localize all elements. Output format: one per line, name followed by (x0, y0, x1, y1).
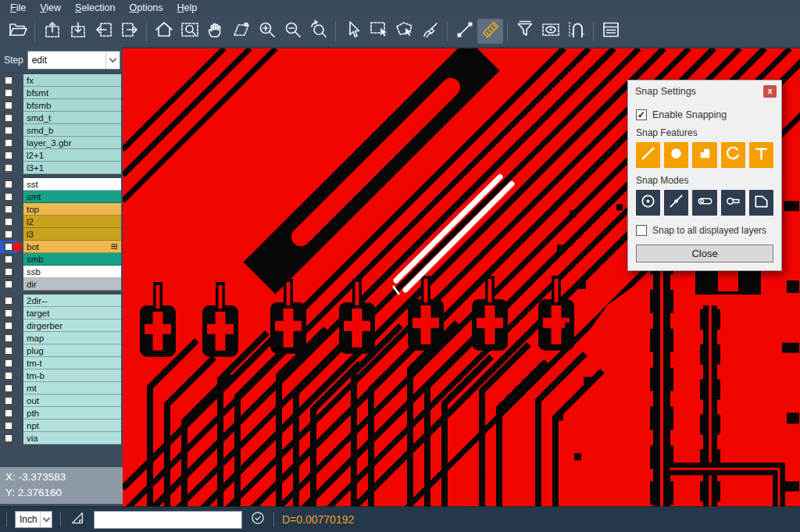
zoom-in-button[interactable] (254, 19, 280, 44)
select-polygon-button[interactable] (391, 19, 417, 44)
layer-row-top[interactable]: top (0, 203, 123, 216)
snap-contour-button[interactable] (749, 190, 773, 216)
snap-slot-open-button[interactable] (721, 190, 745, 216)
snap-arc-button[interactable] (721, 142, 745, 168)
layer-visibility-checkbox[interactable] (4, 126, 13, 135)
layer-row-l2[interactable]: l2 (0, 216, 123, 228)
layer-visibility-checkbox[interactable] (4, 180, 13, 189)
layer-visibility-checkbox[interactable] (4, 163, 13, 173)
layer-visibility-checkbox[interactable] (4, 396, 13, 405)
measure-line-button[interactable] (452, 19, 477, 44)
layer-visibility-checkbox[interactable] (4, 205, 13, 214)
home-button[interactable] (151, 19, 177, 44)
log-panel-button[interactable] (598, 19, 623, 44)
layer-visibility-checkbox[interactable] (4, 359, 13, 368)
command-input[interactable] (94, 511, 242, 529)
box-arrow-up-button[interactable] (39, 19, 65, 44)
layer-row-2dir--[interactable]: 2dir-- (0, 295, 123, 307)
zoom-out-button[interactable] (280, 19, 305, 44)
snap-midpoint-button[interactable] (664, 190, 688, 216)
layer-visibility-checkbox[interactable] (4, 192, 13, 202)
enable-snapping-checkbox[interactable]: ✓ (636, 109, 647, 120)
layer-visibility-checkbox[interactable] (4, 434, 13, 443)
snap-circle-button[interactable] (664, 142, 688, 168)
layer-visibility-checkbox[interactable] (4, 255, 13, 264)
layer-row-smt[interactable]: smt (0, 191, 123, 203)
snap-pad-button[interactable] (692, 142, 716, 168)
clean-brush-button[interactable] (417, 19, 443, 44)
layer-row-target[interactable]: target (0, 307, 123, 320)
layer-visibility-checkbox[interactable] (4, 371, 13, 380)
layer-row-mt[interactable]: mt (0, 382, 123, 395)
layer-row-smd_b[interactable]: smd_b (0, 124, 123, 137)
layer-row-via[interactable]: via (0, 432, 123, 445)
menu-selection[interactable]: Selection (68, 2, 122, 13)
snap-center-button[interactable] (636, 190, 660, 216)
close-icon[interactable]: x (763, 85, 777, 98)
layer-row-smb[interactable]: smb (0, 253, 123, 266)
layer-visibility-checkbox[interactable] (4, 384, 13, 393)
layer-row-smd_t[interactable]: smd_t (0, 112, 123, 124)
box-arrow-down-button[interactable] (65, 19, 91, 44)
filter-button[interactable] (512, 19, 538, 44)
layer-visibility-checkbox[interactable] (4, 113, 13, 123)
snap-slot-closed-button[interactable] (692, 190, 716, 216)
layer-visibility-checkbox[interactable] (4, 88, 13, 98)
layer-visibility-checkbox[interactable] (4, 217, 13, 227)
layer-row-sst[interactable]: sst (0, 178, 123, 191)
layer-visibility-checkbox[interactable] (4, 230, 13, 239)
close-button[interactable]: Close (636, 245, 773, 262)
layer-row-fx[interactable]: fx (0, 74, 123, 87)
layer-visibility-checkbox[interactable] (4, 334, 13, 343)
snap-all-layers-checkbox[interactable] (636, 225, 647, 236)
menu-view[interactable]: View (33, 2, 68, 13)
menu-help[interactable]: Help (170, 2, 205, 13)
layer-row-npt[interactable]: npt (0, 420, 123, 432)
layer-row-plug[interactable]: plug (0, 345, 123, 357)
layer-visibility-checkbox[interactable] (4, 309, 13, 318)
select-arrow-button[interactable] (340, 19, 366, 44)
grid-icon[interactable]: ⊞ (111, 242, 118, 251)
layer-row-bfsmt[interactable]: bfsmt (0, 87, 123, 99)
unit-dropdown[interactable]: Inch (15, 511, 52, 528)
box-arrow-right-button[interactable] (116, 19, 142, 44)
layer-visibility-checkbox[interactable] (4, 421, 13, 430)
layer-visibility-checkbox[interactable] (4, 138, 13, 148)
view-eye-button[interactable] (538, 19, 563, 44)
layer-row-bot[interactable]: bot⊞ (0, 241, 123, 253)
snap-line-button[interactable] (636, 142, 660, 168)
layer-row-layer_3.gbr[interactable]: layer_3.gbr (0, 137, 123, 149)
open-folder-button[interactable] (5, 19, 30, 44)
dialog-titlebar[interactable]: Snap Settings x (628, 80, 781, 102)
layer-row-dir[interactable]: dir (0, 278, 123, 291)
layer-visibility-checkbox[interactable] (4, 346, 13, 355)
ruler-button[interactable] (477, 19, 503, 44)
layer-row-dirgerber[interactable]: dirgerber (0, 320, 123, 332)
select-window-button[interactable] (366, 19, 391, 44)
layer-visibility-checkbox[interactable] (4, 151, 13, 160)
layer-row-tm-t[interactable]: tm-t (0, 357, 123, 370)
layer-visibility-checkbox[interactable] (4, 321, 13, 330)
layer-row-l3+1[interactable]: l3+1 (0, 162, 123, 174)
chevron-down-icon[interactable] (105, 52, 120, 69)
box-arrow-left-button[interactable] (91, 19, 116, 44)
layer-row-ssb[interactable]: ssb (0, 266, 123, 278)
snap-magnet-button[interactable] (563, 19, 589, 44)
pan-hand-button[interactable] (202, 19, 228, 44)
layer-visibility-checkbox[interactable] (4, 76, 13, 85)
zoom-selection-button[interactable] (228, 19, 254, 44)
layer-visibility-checkbox[interactable] (4, 296, 13, 305)
layer-visibility-checkbox[interactable] (4, 409, 13, 418)
layer-row-pth[interactable]: pth (0, 407, 123, 420)
layer-visibility-checkbox[interactable] (4, 267, 13, 277)
angle-corner-icon[interactable] (69, 509, 86, 530)
apply-check-icon[interactable] (250, 510, 266, 529)
zoom-previous-button[interactable] (305, 19, 331, 44)
menu-file[interactable]: File (3, 2, 33, 13)
layer-row-out[interactable]: out (0, 395, 123, 407)
layer-row-l3[interactable]: l3 (0, 228, 123, 241)
layer-visibility-checkbox[interactable] (4, 101, 13, 110)
snap-text-button[interactable] (749, 142, 773, 168)
layer-row-l2+1[interactable]: l2+1 (0, 149, 123, 162)
zoom-window-button[interactable] (177, 19, 202, 44)
